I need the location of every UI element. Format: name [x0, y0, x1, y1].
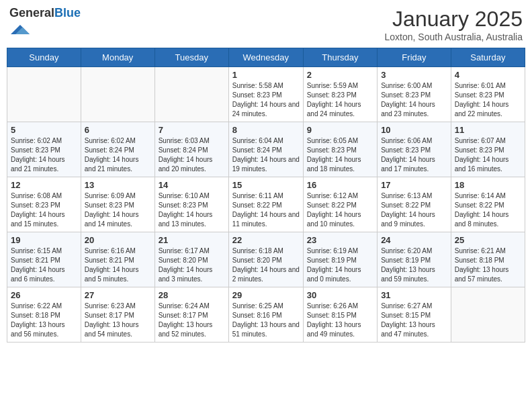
calendar-cell: 3Sunrise: 6:00 AM Sunset: 8:23 PM Daylig… — [378, 67, 451, 122]
logo-text: GeneralBlue — [9, 7, 81, 20]
calendar-cell: 10Sunrise: 6:06 AM Sunset: 8:23 PM Dayli… — [378, 122, 451, 177]
day-info: Sunrise: 6:11 AM Sunset: 8:22 PM Dayligh… — [232, 191, 300, 229]
day-number: 17 — [381, 180, 447, 190]
day-number: 5 — [11, 125, 77, 135]
calendar-week-row: 19Sunrise: 6:15 AM Sunset: 8:21 PM Dayli… — [7, 232, 525, 287]
day-info: Sunrise: 6:07 AM Sunset: 8:23 PM Dayligh… — [455, 136, 521, 174]
calendar-cell: 25Sunrise: 6:21 AM Sunset: 8:18 PM Dayli… — [451, 232, 525, 287]
calendar-cell: 15Sunrise: 6:11 AM Sunset: 8:22 PM Dayli… — [228, 177, 303, 232]
day-info: Sunrise: 6:09 AM Sunset: 8:23 PM Dayligh… — [85, 191, 151, 229]
calendar-cell: 19Sunrise: 6:15 AM Sunset: 8:21 PM Dayli… — [7, 232, 81, 287]
day-header-sunday: Sunday — [7, 48, 81, 67]
calendar-cell: 20Sunrise: 6:16 AM Sunset: 8:21 PM Dayli… — [81, 232, 154, 287]
logo-blue: Blue — [54, 6, 81, 19]
day-info: Sunrise: 6:10 AM Sunset: 8:23 PM Dayligh… — [159, 191, 225, 229]
day-header-wednesday: Wednesday — [228, 48, 303, 67]
day-header-monday: Monday — [81, 48, 154, 67]
day-info: Sunrise: 6:15 AM Sunset: 8:21 PM Dayligh… — [11, 246, 77, 284]
day-info: Sunrise: 6:27 AM Sunset: 8:15 PM Dayligh… — [381, 302, 447, 339]
day-number: 19 — [11, 235, 77, 245]
calendar-cell: 1Sunrise: 5:58 AM Sunset: 8:23 PM Daylig… — [228, 67, 303, 122]
day-number: 29 — [232, 290, 300, 300]
day-number: 15 — [232, 180, 300, 190]
day-info: Sunrise: 6:02 AM Sunset: 8:23 PM Dayligh… — [11, 136, 77, 174]
page-header: GeneralBlue January 2025 Loxton, South A… — [7, 7, 525, 42]
day-number: 9 — [307, 125, 373, 135]
day-info: Sunrise: 6:04 AM Sunset: 8:24 PM Dayligh… — [232, 136, 300, 174]
day-info: Sunrise: 6:16 AM Sunset: 8:21 PM Dayligh… — [85, 246, 151, 284]
calendar-cell: 31Sunrise: 6:27 AM Sunset: 8:15 PM Dayli… — [378, 287, 451, 342]
calendar-week-row: 12Sunrise: 6:08 AM Sunset: 8:23 PM Dayli… — [7, 177, 525, 232]
day-number: 10 — [381, 125, 447, 135]
day-info: Sunrise: 6:05 AM Sunset: 8:23 PM Dayligh… — [307, 136, 373, 174]
calendar-cell: 6Sunrise: 6:02 AM Sunset: 8:24 PM Daylig… — [81, 122, 154, 177]
day-header-tuesday: Tuesday — [154, 48, 228, 67]
day-info: Sunrise: 6:02 AM Sunset: 8:24 PM Dayligh… — [85, 136, 151, 174]
calendar-cell — [7, 67, 81, 122]
day-info: Sunrise: 5:59 AM Sunset: 8:23 PM Dayligh… — [307, 81, 373, 119]
logo-icon — [11, 20, 30, 39]
calendar-cell: 4Sunrise: 6:01 AM Sunset: 8:23 PM Daylig… — [451, 67, 525, 122]
calendar-cell: 24Sunrise: 6:20 AM Sunset: 8:19 PM Dayli… — [378, 232, 451, 287]
day-info: Sunrise: 6:17 AM Sunset: 8:20 PM Dayligh… — [159, 246, 225, 284]
logo-general: General — [9, 6, 54, 19]
calendar-cell: 30Sunrise: 6:26 AM Sunset: 8:15 PM Dayli… — [303, 287, 377, 342]
day-info: Sunrise: 6:14 AM Sunset: 8:22 PM Dayligh… — [455, 191, 521, 229]
day-number: 8 — [232, 125, 300, 135]
day-number: 11 — [455, 125, 521, 135]
calendar-cell: 22Sunrise: 6:18 AM Sunset: 8:20 PM Dayli… — [228, 232, 303, 287]
day-number: 31 — [381, 290, 447, 300]
calendar-cell: 17Sunrise: 6:13 AM Sunset: 8:22 PM Dayli… — [378, 177, 451, 232]
calendar-cell: 21Sunrise: 6:17 AM Sunset: 8:20 PM Dayli… — [154, 232, 228, 287]
calendar-week-row: 1Sunrise: 5:58 AM Sunset: 8:23 PM Daylig… — [7, 67, 525, 122]
day-number: 26 — [11, 290, 77, 300]
day-header-thursday: Thursday — [303, 48, 377, 67]
day-number: 27 — [85, 290, 151, 300]
day-header-saturday: Saturday — [451, 48, 525, 67]
day-info: Sunrise: 6:22 AM Sunset: 8:18 PM Dayligh… — [11, 302, 77, 339]
calendar-cell: 2Sunrise: 5:59 AM Sunset: 8:23 PM Daylig… — [303, 67, 377, 122]
day-info: Sunrise: 5:58 AM Sunset: 8:23 PM Dayligh… — [232, 81, 300, 119]
calendar-cell: 7Sunrise: 6:03 AM Sunset: 8:24 PM Daylig… — [154, 122, 228, 177]
day-info: Sunrise: 6:00 AM Sunset: 8:23 PM Dayligh… — [381, 81, 447, 119]
day-info: Sunrise: 6:21 AM Sunset: 8:18 PM Dayligh… — [455, 246, 521, 284]
calendar-cell: 29Sunrise: 6:25 AM Sunset: 8:16 PM Dayli… — [228, 287, 303, 342]
day-number: 6 — [85, 125, 151, 135]
day-info: Sunrise: 6:20 AM Sunset: 8:19 PM Dayligh… — [381, 246, 447, 284]
calendar-cell: 26Sunrise: 6:22 AM Sunset: 8:18 PM Dayli… — [7, 287, 81, 342]
logo: GeneralBlue — [9, 7, 81, 42]
day-header-friday: Friday — [378, 48, 451, 67]
day-info: Sunrise: 6:08 AM Sunset: 8:23 PM Dayligh… — [11, 191, 77, 229]
day-number: 3 — [381, 70, 447, 80]
calendar-cell: 8Sunrise: 6:04 AM Sunset: 8:24 PM Daylig… — [228, 122, 303, 177]
day-info: Sunrise: 6:01 AM Sunset: 8:23 PM Dayligh… — [455, 81, 521, 119]
day-info: Sunrise: 6:13 AM Sunset: 8:22 PM Dayligh… — [381, 191, 447, 229]
day-number: 2 — [307, 70, 373, 80]
calendar-week-row: 26Sunrise: 6:22 AM Sunset: 8:18 PM Dayli… — [7, 287, 525, 342]
day-number: 4 — [455, 70, 521, 80]
title-block: January 2025 Loxton, South Australia, Au… — [385, 7, 523, 42]
day-info: Sunrise: 6:19 AM Sunset: 8:19 PM Dayligh… — [307, 246, 373, 284]
calendar-cell: 23Sunrise: 6:19 AM Sunset: 8:19 PM Dayli… — [303, 232, 377, 287]
day-number: 16 — [307, 180, 373, 190]
day-number: 13 — [85, 180, 151, 190]
calendar-cell: 14Sunrise: 6:10 AM Sunset: 8:23 PM Dayli… — [154, 177, 228, 232]
day-number: 22 — [232, 235, 300, 245]
day-number: 20 — [85, 235, 151, 245]
day-number: 21 — [159, 235, 225, 245]
day-number: 25 — [455, 235, 521, 245]
day-info: Sunrise: 6:24 AM Sunset: 8:17 PM Dayligh… — [159, 302, 225, 339]
calendar-header-row: SundayMondayTuesdayWednesdayThursdayFrid… — [7, 48, 525, 67]
day-number: 28 — [159, 290, 225, 300]
calendar-cell: 27Sunrise: 6:23 AM Sunset: 8:17 PM Dayli… — [81, 287, 154, 342]
location-title: Loxton, South Australia, Australia — [385, 32, 523, 42]
calendar-cell — [81, 67, 154, 122]
day-info: Sunrise: 6:26 AM Sunset: 8:15 PM Dayligh… — [307, 302, 373, 339]
day-info: Sunrise: 6:25 AM Sunset: 8:16 PM Dayligh… — [232, 302, 300, 339]
day-number: 18 — [455, 180, 521, 190]
calendar-cell: 28Sunrise: 6:24 AM Sunset: 8:17 PM Dayli… — [154, 287, 228, 342]
calendar-cell: 9Sunrise: 6:05 AM Sunset: 8:23 PM Daylig… — [303, 122, 377, 177]
calendar-table: SundayMondayTuesdayWednesdayThursdayFrid… — [7, 48, 525, 342]
day-number: 7 — [159, 125, 225, 135]
calendar-cell: 16Sunrise: 6:12 AM Sunset: 8:22 PM Dayli… — [303, 177, 377, 232]
